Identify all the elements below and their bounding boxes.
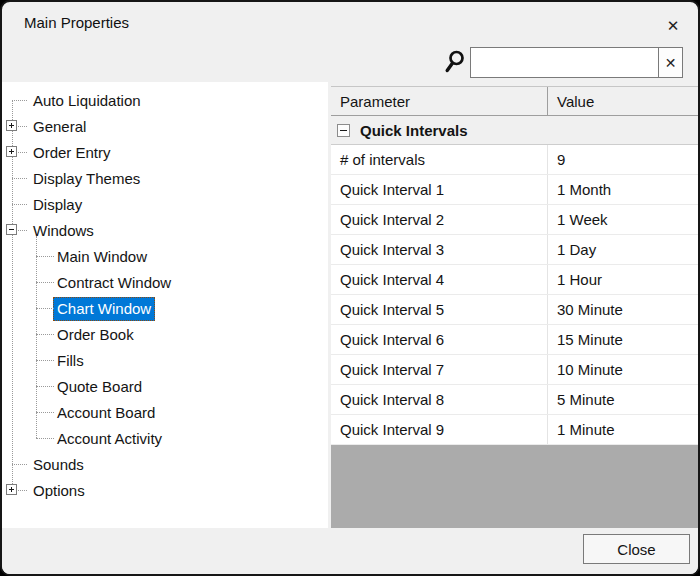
tree-item-display-themes[interactable]: Display Themes <box>2 165 328 191</box>
tree-connector <box>36 360 54 361</box>
table-row: Quick Interval 41 Hour <box>331 265 698 295</box>
tree-item-label[interactable]: Account Activity <box>53 427 166 451</box>
param-cell: Quick Interval 9 <box>331 415 548 444</box>
tree-item-general[interactable]: General <box>2 113 328 139</box>
value-cell[interactable]: 1 Month <box>548 175 698 204</box>
tree-item-label[interactable]: General <box>29 115 90 139</box>
param-cell: Quick Interval 1 <box>331 175 548 204</box>
tree-connector <box>36 334 54 335</box>
param-cell: Quick Interval 8 <box>331 385 548 414</box>
value-cell[interactable]: 1 Minute <box>548 415 698 444</box>
properties-table: Parameter Value Quick Intervals # of int… <box>331 86 698 528</box>
tree-item-label[interactable]: Contract Window <box>53 271 175 295</box>
table-row: Quick Interval 530 Minute <box>331 295 698 325</box>
search-icon <box>443 48 467 76</box>
tree-connector <box>36 412 54 413</box>
tree-item-order-book[interactable]: Order Book <box>2 321 328 347</box>
column-header-value[interactable]: Value <box>548 87 698 115</box>
expand-plus-icon[interactable] <box>6 146 17 157</box>
tree-item-label[interactable]: Windows <box>29 219 98 243</box>
group-label: Quick Intervals <box>360 122 468 139</box>
tree-panel: Auto LiquidationGeneralOrder EntryDispla… <box>2 82 328 528</box>
value-cell[interactable]: 10 Minute <box>548 355 698 384</box>
tree-connector <box>12 204 27 205</box>
tree-item-contract-window[interactable]: Contract Window <box>2 269 328 295</box>
tree-connector <box>36 308 54 309</box>
tree-item-windows[interactable]: Windows <box>2 217 328 243</box>
tree-item-fills[interactable]: Fills <box>2 347 328 373</box>
window-close-icon[interactable]: ✕ <box>660 12 686 38</box>
window-title: Main Properties <box>24 14 129 31</box>
param-cell: Quick Interval 7 <box>331 355 548 384</box>
table-row: Quick Interval 91 Minute <box>331 415 698 445</box>
tree-item-label[interactable]: Display <box>29 193 86 217</box>
tree-item-sounds[interactable]: Sounds <box>2 451 328 477</box>
param-cell: Quick Interval 3 <box>331 235 548 264</box>
group-row-quick-intervals[interactable]: Quick Intervals <box>331 116 698 145</box>
tree-connector <box>36 282 54 283</box>
table-row: Quick Interval 31 Day <box>331 235 698 265</box>
expand-plus-icon[interactable] <box>6 484 17 495</box>
expand-plus-icon[interactable] <box>6 120 17 131</box>
collapse-minus-icon[interactable] <box>337 124 350 137</box>
tree-connector <box>12 100 27 101</box>
value-cell[interactable]: 9 <box>548 145 698 174</box>
tree-connector <box>12 464 27 465</box>
tree-item-quote-board[interactable]: Quote Board <box>2 373 328 399</box>
value-cell[interactable]: 5 Minute <box>548 385 698 414</box>
tree-item-order-entry[interactable]: Order Entry <box>2 139 328 165</box>
tree-connector <box>36 438 54 439</box>
search-clear-icon[interactable]: ✕ <box>658 48 682 77</box>
table-empty-area <box>331 445 698 528</box>
main-properties-dialog: Main Properties ✕ ✕ Auto LiquidationGene… <box>0 0 700 576</box>
tree-item-label[interactable]: Main Window <box>53 245 151 269</box>
tree-item-label[interactable]: Order Book <box>53 323 138 347</box>
table-row: Quick Interval 11 Month <box>331 175 698 205</box>
tree-item-label[interactable]: Sounds <box>29 453 88 477</box>
param-cell: Quick Interval 4 <box>331 265 548 294</box>
tree-item-label[interactable]: Fills <box>53 349 88 373</box>
table-row: Quick Interval 85 Minute <box>331 385 698 415</box>
tree-item-auto-liquidation[interactable]: Auto Liquidation <box>2 87 328 113</box>
param-cell: Quick Interval 2 <box>331 205 548 234</box>
value-cell[interactable]: 1 Day <box>548 235 698 264</box>
tree-item-label[interactable]: Quote Board <box>53 375 146 399</box>
table-row: Quick Interval 21 Week <box>331 205 698 235</box>
param-cell: Quick Interval 6 <box>331 325 548 354</box>
table-row: Quick Interval 710 Minute <box>331 355 698 385</box>
value-cell[interactable]: 15 Minute <box>548 325 698 354</box>
table-row: Quick Interval 615 Minute <box>331 325 698 355</box>
tree-connector <box>36 386 54 387</box>
close-button[interactable]: Close <box>583 534 690 564</box>
footer-bar: Close <box>2 528 698 574</box>
tree-item-account-activity[interactable]: Account Activity <box>2 425 328 451</box>
tree-item-chart-window[interactable]: Chart Window <box>2 295 328 321</box>
tree-connector <box>12 178 27 179</box>
tree-item-label[interactable]: Account Board <box>53 401 159 425</box>
param-cell: Quick Interval 5 <box>331 295 548 324</box>
tree-item-account-board[interactable]: Account Board <box>2 399 328 425</box>
tree-item-label[interactable]: Order Entry <box>29 141 115 165</box>
collapse-minus-icon[interactable] <box>6 224 17 235</box>
value-cell[interactable]: 1 Hour <box>548 265 698 294</box>
value-cell[interactable]: 1 Week <box>548 205 698 234</box>
param-cell: # of intervals <box>331 145 548 174</box>
tree-item-options[interactable]: Options <box>2 477 328 503</box>
search-input[interactable] <box>471 48 658 77</box>
tree-item-label[interactable]: Chart Window <box>53 297 155 321</box>
column-header-parameter[interactable]: Parameter <box>331 87 548 115</box>
tree-item-label[interactable]: Display Themes <box>29 167 144 191</box>
tree-item-label[interactable]: Options <box>29 479 89 503</box>
tree-item-main-window[interactable]: Main Window <box>2 243 328 269</box>
tree-item-display[interactable]: Display <box>2 191 328 217</box>
value-cell[interactable]: 30 Minute <box>548 295 698 324</box>
search-box: ✕ <box>470 47 683 78</box>
table-header: Parameter Value <box>331 87 698 116</box>
tree-item-label[interactable]: Auto Liquidation <box>29 89 145 113</box>
table-row: # of intervals9 <box>331 145 698 175</box>
tree-connector <box>36 256 54 257</box>
